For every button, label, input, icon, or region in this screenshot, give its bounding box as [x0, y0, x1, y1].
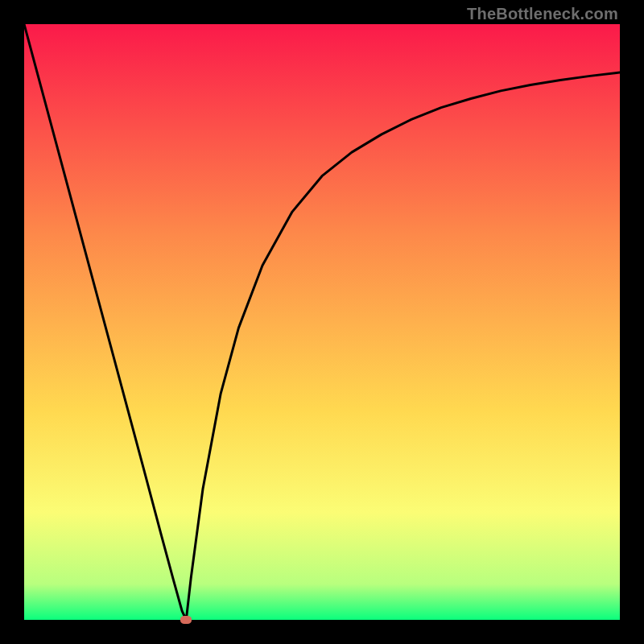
chart-canvas — [24, 24, 620, 620]
minimum-marker-dot — [180, 616, 192, 624]
outer-frame: TheBottleneck.com — [0, 0, 644, 644]
heat-gradient-background — [24, 24, 620, 620]
watermark-text: TheBottleneck.com — [467, 5, 618, 23]
plot-area — [24, 24, 620, 620]
